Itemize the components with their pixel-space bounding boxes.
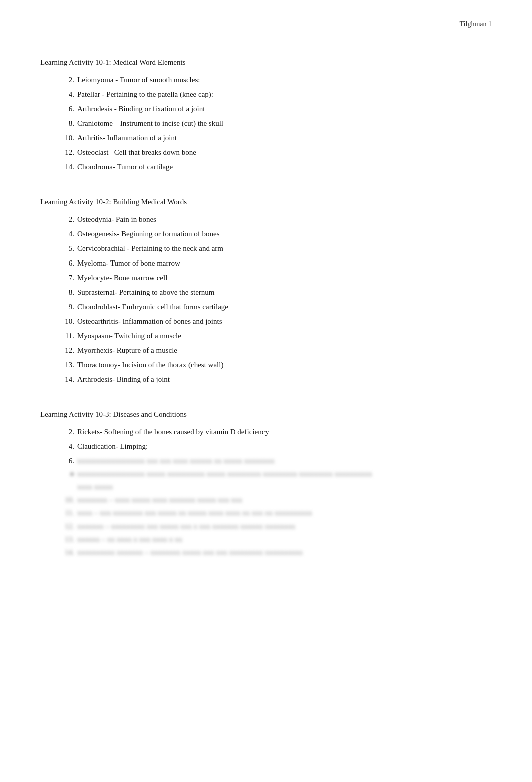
- item-content: Craniotome – Instrument to incise (cut) …: [77, 117, 492, 129]
- item-content: Myelocyte- Bone marrow cell: [77, 272, 492, 284]
- item-number-blurred: 10.: [60, 494, 74, 506]
- item-number: 10.: [60, 132, 74, 144]
- list-item: 14. Chondroma- Tumor of cartilage: [60, 161, 492, 173]
- item-number: 4.: [60, 88, 74, 100]
- section-1-list: 2. Leiomyoma - Tumor of smooth muscles: …: [40, 74, 492, 173]
- list-item: 5. Cervicobrachial - Pertaining to the n…: [60, 242, 492, 254]
- list-item: 10. Osteoarthritis- Inflammation of bone…: [60, 315, 492, 327]
- item-content-blurred: xxxxxxxxxxxxxxxxxx xxx xxx xxxx xxxxxx x…: [77, 455, 492, 467]
- list-item-blurred: 10. xxxxxxxx – xxxx xxxxx xxxx xxxxxxx x…: [60, 494, 492, 506]
- item-number-blurred: ●: [60, 468, 74, 480]
- section-3: Learning Activity 10-3: Diseases and Con…: [40, 410, 492, 558]
- list-item: 2. Osteodynia- Pain in bones: [60, 213, 492, 225]
- item-content: Arthrodesis- Binding of a joint: [77, 373, 492, 385]
- list-item: 11. Myospasm- Twitching of a muscle: [60, 330, 492, 342]
- item-number: 5.: [60, 242, 74, 254]
- item-number: 6.: [60, 455, 74, 467]
- list-item: 13. Thoractomoy- Incision of the thorax …: [60, 359, 492, 371]
- item-number: 14.: [60, 161, 74, 173]
- item-content-blurred: xxxxxxxx – xxxx xxxxx xxxx xxxxxxx xxxxx…: [77, 494, 492, 506]
- item-number: 9.: [60, 301, 74, 313]
- item-number-blurred: 14.: [60, 546, 74, 558]
- item-number: 8.: [60, 286, 74, 298]
- list-item: 10. Arthritis- Inflammation of a joint: [60, 132, 492, 144]
- item-content: Osteoarthritis- Inflammation of bones an…: [77, 315, 492, 327]
- item-content-blurred: xxxxxxxxxxxxxxxxxx xxxxx xxxxxxxxxx xxxx…: [77, 468, 492, 480]
- item-content: Arthritis- Inflammation of a joint: [77, 132, 492, 144]
- item-number: 13.: [60, 359, 74, 371]
- item-content: Patellar - Pertaining to the patella (kn…: [77, 88, 492, 100]
- list-item-blurred: 6. xxxxxxxxxxxxxxxxxx xxx xxx xxxx xxxxx…: [60, 455, 492, 467]
- item-content: Cervicobrachial - Pertaining to the neck…: [77, 242, 492, 254]
- item-content: Osteogenesis- Beginning or formation of …: [77, 228, 492, 240]
- item-content: Suprasternal- Pertaining to above the st…: [77, 286, 492, 298]
- list-item-blurred: 14. xxxxxxxxxx xxxxxxx – xxxxxxxx xxxxx …: [60, 546, 492, 558]
- item-number: 2.: [60, 74, 74, 86]
- item-content: Chondroma- Tumor of cartilage: [77, 161, 492, 173]
- section-3-list: 2. Rickets- Softening of the bones cause…: [40, 426, 492, 558]
- list-item-blurred: xxxx xxxxx: [60, 481, 492, 493]
- list-item: 6. Arthrodesis - Binding or fixation of …: [60, 103, 492, 115]
- section-1-title: Learning Activity 10-1: Medical Word Ele…: [40, 58, 492, 67]
- section-1: Learning Activity 10-1: Medical Word Ele…: [40, 58, 492, 173]
- list-item: 6. Myeloma- Tumor of bone marrow: [60, 257, 492, 269]
- list-item: 4. Claudication- Limping:: [60, 440, 492, 452]
- item-content: Thoractomoy- Incision of the thorax (che…: [77, 359, 492, 371]
- item-number: 8.: [60, 117, 74, 129]
- item-number: 14.: [60, 373, 74, 385]
- list-item: 12. Myorrhexis- Rupture of a muscle: [60, 344, 492, 356]
- list-item: 12. Osteoclast– Cell that breaks down bo…: [60, 146, 492, 158]
- header-name: Tilghman 1: [460, 20, 492, 28]
- item-content: Arthrodesis - Binding or fixation of a j…: [77, 103, 492, 115]
- item-content: Myospasm- Twitching of a muscle: [77, 330, 492, 342]
- item-content: Rickets- Softening of the bones caused b…: [77, 426, 492, 438]
- page-header: Tilghman 1: [40, 20, 492, 28]
- section-2-list: 2. Osteodynia- Pain in bones 4. Osteogen…: [40, 213, 492, 385]
- item-content-blurred: xxxx xxxxx: [77, 481, 492, 493]
- list-item: 2. Leiomyoma - Tumor of smooth muscles:: [60, 74, 492, 86]
- section-2: Learning Activity 10-2: Building Medical…: [40, 198, 492, 385]
- section-2-title: Learning Activity 10-2: Building Medical…: [40, 198, 492, 206]
- item-content: Leiomyoma - Tumor of smooth muscles:: [77, 74, 492, 86]
- item-content-blurred: xxxxxxx – xxxxxxxxx xxx xxxxx xxx x xxx …: [77, 520, 492, 532]
- list-item: 8. Suprasternal- Pertaining to above the…: [60, 286, 492, 298]
- section-3-title: Learning Activity 10-3: Diseases and Con…: [40, 410, 492, 419]
- item-number: 10.: [60, 315, 74, 327]
- item-content: Osteodynia- Pain in bones: [77, 213, 492, 225]
- item-content-blurred: xxxx – xxx xxxxxxxx xxx xxxxx xx xxxxx x…: [77, 507, 492, 519]
- list-item: 4. Osteogenesis- Beginning or formation …: [60, 228, 492, 240]
- item-number: 2.: [60, 426, 74, 438]
- item-content: Myorrhexis- Rupture of a muscle: [77, 344, 492, 356]
- list-item-blurred: 11. xxxx – xxx xxxxxxxx xxx xxxxx xx xxx…: [60, 507, 492, 519]
- list-item: 14. Arthrodesis- Binding of a joint: [60, 373, 492, 385]
- list-item-blurred: 12. xxxxxxx – xxxxxxxxx xxx xxxxx xxx x …: [60, 520, 492, 532]
- list-item: 4. Patellar - Pertaining to the patella …: [60, 88, 492, 100]
- item-number-blurred: 13.: [60, 533, 74, 545]
- item-number: 4.: [60, 440, 74, 452]
- item-number: 2.: [60, 213, 74, 225]
- item-number-blurred: 11.: [60, 507, 74, 519]
- item-number: 6.: [60, 103, 74, 115]
- item-number: 11.: [60, 330, 74, 342]
- list-item: 7. Myelocyte- Bone marrow cell: [60, 272, 492, 284]
- item-content: Chondroblast- Embryonic cell that forms …: [77, 301, 492, 313]
- item-content: Claudication- Limping:: [77, 440, 492, 452]
- list-item-blurred: 13. xxxxxx – xx xxxx x xxx xxxx x xx: [60, 533, 492, 545]
- list-item: 8. Craniotome – Instrument to incise (cu…: [60, 117, 492, 129]
- item-number: 12.: [60, 146, 74, 158]
- list-item: 2. Rickets- Softening of the bones cause…: [60, 426, 492, 438]
- list-item-blurred: ● xxxxxxxxxxxxxxxxxx xxxxx xxxxxxxxxx xx…: [60, 468, 492, 480]
- item-content: Osteoclast– Cell that breaks down bone: [77, 146, 492, 158]
- item-content-blurred: xxxxxxxxxx xxxxxxx – xxxxxxxx xxxxx xxx …: [77, 546, 492, 558]
- item-content-blurred: xxxxxx – xx xxxx x xxx xxxx x xx: [77, 533, 492, 545]
- item-number: 4.: [60, 228, 74, 240]
- list-item: 9. Chondroblast- Embryonic cell that for…: [60, 301, 492, 313]
- item-number: 7.: [60, 272, 74, 284]
- item-number-blurred: 12.: [60, 520, 74, 532]
- item-number: 6.: [60, 257, 74, 269]
- item-content: Myeloma- Tumor of bone marrow: [77, 257, 492, 269]
- item-number: 12.: [60, 344, 74, 356]
